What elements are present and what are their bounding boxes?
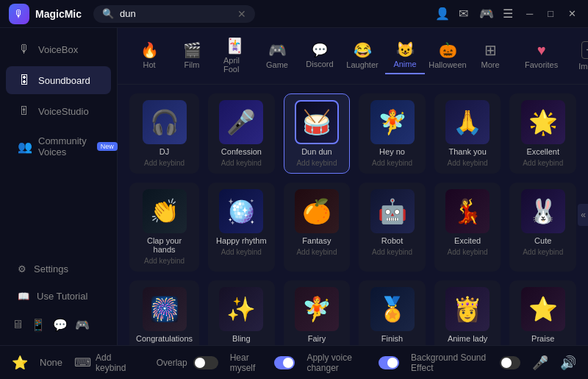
- chat-icon[interactable]: 💬: [53, 318, 68, 332]
- close-button[interactable]: ✕: [565, 8, 579, 19]
- overlap-toggle[interactable]: [193, 356, 218, 369]
- tab-anime[interactable]: 😺 Anime: [385, 38, 425, 74]
- sound-grid: 🎧 DJ Add keybind 🎤 Confession Add keybin…: [129, 93, 576, 345]
- sound-card-confession[interactable]: 🎤 Confession Add keybind: [208, 93, 275, 174]
- sound-card-name-clap: Clap your hands: [136, 236, 193, 254]
- sound-card-clap[interactable]: 👏 Clap your hands Add keybind: [129, 183, 199, 272]
- tab-aprilfool-label: April Fool: [223, 56, 245, 74]
- sound-card-keybind-heyno[interactable]: Add keybind: [372, 159, 412, 167]
- controller-icon[interactable]: 🎮: [479, 7, 492, 21]
- sound-card-image-robot: 🤖: [370, 189, 415, 233]
- minimize-button[interactable]: ─: [523, 8, 536, 19]
- sidebar-item-community[interactable]: 👥 CommunityVoices New: [6, 128, 111, 165]
- hear-myself-toggle[interactable]: [274, 356, 295, 369]
- sound-card-robot[interactable]: 🤖 Robot Add keybind: [359, 183, 426, 272]
- sound-card-image-confession: 🎤: [219, 100, 263, 144]
- titlebar: 🎙 MagicMic 🔍 ✕ 👤 ✉ 🎮 ☰ ─ □ ✕: [0, 0, 588, 28]
- sound-card-keybind-excellent[interactable]: Add keybind: [523, 159, 563, 167]
- sound-card-keybind-dundun[interactable]: Add keybind: [296, 159, 337, 167]
- sound-card-congrats[interactable]: 🎆 Congratulations Add keybind: [129, 280, 199, 345]
- sound-card-bling[interactable]: ✨ Bling Add keybind: [208, 280, 275, 345]
- tab-film[interactable]: 🎬 Film: [172, 38, 212, 74]
- sound-card-heyno[interactable]: 🧚 Hey no Add keybind: [359, 93, 426, 174]
- sound-card-animelady[interactable]: 👸 Anime lady Add keybind: [434, 280, 501, 345]
- tab-discord[interactable]: 💬 Discord: [300, 39, 340, 73]
- mic-icon[interactable]: 🎤: [532, 355, 548, 371]
- sound-card-praise[interactable]: ⭐ Praise Add keybind: [509, 280, 576, 345]
- add-keybind-label: Add keybind: [96, 353, 133, 373]
- sound-card-excited[interactable]: 💃 Excited Add keybind: [434, 183, 501, 272]
- sound-card-name-happy: Happy rhythm: [216, 236, 266, 245]
- sound-card-dj[interactable]: 🎧 DJ Add keybind: [129, 93, 199, 174]
- bg-sound-toggle[interactable]: [500, 356, 520, 369]
- sound-card-keybind-thankyou[interactable]: Add keybind: [448, 159, 488, 167]
- sound-card-fantasy[interactable]: 🍊 Fantasy Add keybind: [284, 183, 351, 272]
- sound-card-keybind-fantasy[interactable]: Add keybind: [296, 248, 337, 256]
- sound-card-thankyou[interactable]: 🙏 Thank you Add keybind: [434, 93, 501, 174]
- sidebar-item-tutorial[interactable]: 📖 Use Tutorial: [6, 283, 111, 309]
- monitor-icon[interactable]: 🖥: [12, 318, 24, 332]
- search-icon: 🔍: [102, 8, 114, 19]
- tab-more[interactable]: ⊞ More: [470, 38, 510, 74]
- mobile-icon[interactable]: 📱: [31, 318, 46, 332]
- tab-more-label: More: [481, 60, 499, 69]
- volume-icon[interactable]: 🔊: [560, 355, 576, 371]
- sound-card-image-heyno: 🧚: [370, 100, 415, 144]
- tab-halloween[interactable]: 🎃 Halloween: [428, 38, 467, 74]
- collapse-panel-button[interactable]: «: [578, 204, 588, 226]
- sound-card-keybind-clap[interactable]: Add keybind: [144, 257, 184, 265]
- tab-game[interactable]: 🎮 Game: [257, 38, 297, 74]
- tab-discord-label: Discord: [306, 60, 333, 68]
- sound-card-dundun[interactable]: 🥁 Dun dun Add keybind: [284, 93, 351, 174]
- profile-icon[interactable]: 👤: [435, 7, 448, 21]
- sound-card-keybind-robot[interactable]: Add keybind: [372, 248, 412, 256]
- sidebar-item-soundboard[interactable]: 🎛 Soundboard: [6, 66, 111, 94]
- hear-myself-toggle-group: Hear myself: [230, 353, 295, 373]
- bg-sound-toggle-knob: [501, 358, 512, 368]
- main-layout: 🎙 VoiceBox 🎛 Soundboard 🎚 VoiceStudio 👥 …: [0, 28, 588, 345]
- app-name: MagicMic: [35, 8, 82, 20]
- tab-favorites[interactable]: ♥ Favorites: [516, 38, 567, 74]
- sound-card-keybind-excited[interactable]: Add keybind: [448, 248, 488, 256]
- sound-card-image-praise: ⭐: [521, 287, 565, 331]
- content-area: 🔥 Hot 🎬 Film 🃏 April Fool 🎮 Game 💬 Disco…: [118, 28, 588, 345]
- apply-voice-toggle-knob: [387, 358, 398, 368]
- hot-icon: 🔥: [140, 43, 159, 57]
- menu-icon[interactable]: ☰: [501, 7, 514, 21]
- search-bar[interactable]: 🔍 ✕: [93, 5, 255, 23]
- apply-voice-toggle[interactable]: [379, 356, 399, 369]
- add-keybind-button[interactable]: ⌨ Add keybind: [74, 353, 133, 373]
- sound-card-finish[interactable]: 🏅 Finish Add keybind: [359, 280, 426, 345]
- mail-icon[interactable]: ✉: [457, 7, 470, 21]
- maximize-button[interactable]: □: [545, 8, 556, 19]
- sound-card-name-animelady: Anime lady: [448, 334, 487, 343]
- sound-card-excellent[interactable]: 🌟 Excellent Add keybind: [509, 93, 576, 174]
- sound-card-image-finish: 🏅: [370, 287, 415, 331]
- gamepad-icon[interactable]: 🎮: [75, 318, 90, 332]
- sidebar-item-voicebox[interactable]: 🎙 VoiceBox: [6, 35, 111, 63]
- settings-icon: ⚙: [18, 263, 26, 274]
- tab-hot-label: Hot: [143, 60, 155, 69]
- sound-card-keybind-cute[interactable]: Add keybind: [523, 248, 563, 256]
- aprilfool-icon: 🃏: [226, 38, 244, 53]
- search-input[interactable]: [120, 8, 232, 19]
- sidebar-item-settings[interactable]: ⚙ Settings: [6, 256, 111, 282]
- overlap-toggle-knob: [195, 358, 205, 368]
- more-icon: ⊞: [484, 43, 497, 57]
- category-tabs: 🔥 Hot 🎬 Film 🃏 April Fool 🎮 Game 💬 Disco…: [118, 28, 588, 85]
- sound-card-keybind-confession[interactable]: Add keybind: [221, 159, 262, 167]
- laughter-icon: 😂: [354, 43, 372, 57]
- sound-card-keybind-dj[interactable]: Add keybind: [144, 159, 184, 167]
- sound-card-fairy[interactable]: 🧚 Fairy Add keybind: [284, 280, 351, 345]
- tab-laughter[interactable]: 😂 Laughter: [343, 38, 382, 74]
- sound-card-happy[interactable]: 🪩 Happy rhythm Add keybind: [208, 183, 275, 272]
- settings-label: Settings: [34, 263, 68, 274]
- sidebar-item-voicestudio[interactable]: 🎚 VoiceStudio: [6, 97, 111, 125]
- tab-aprilfool[interactable]: 🃏 April Fool: [215, 34, 254, 78]
- sound-card-keybind-happy[interactable]: Add keybind: [221, 248, 262, 256]
- tab-hot[interactable]: 🔥 Hot: [129, 38, 169, 74]
- search-clear-button[interactable]: ✕: [237, 8, 246, 20]
- tab-import[interactable]: + Import: [570, 37, 588, 75]
- hear-myself-toggle-knob: [283, 358, 293, 368]
- sound-card-cute[interactable]: 🐰 Cute Add keybind: [509, 183, 576, 272]
